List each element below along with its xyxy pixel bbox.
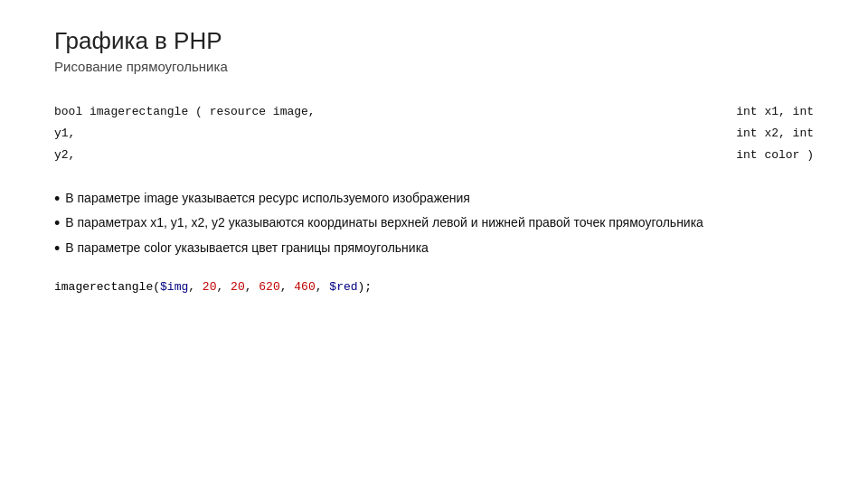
example-param-color: $red	[329, 280, 357, 294]
bullet-item-1: • В параметре image указывается ресурс и…	[54, 188, 814, 211]
bullet-dot-2: •	[54, 212, 60, 235]
bullet-dot-1: •	[54, 188, 60, 211]
bullet-text-2: В параметрах x1, y1, x2, y2 указываются …	[65, 212, 703, 234]
bullet-text-1: В параметре image указывается ресурс исп…	[65, 188, 470, 210]
bullet-item-3: • В параметре color указывается цвет гра…	[54, 238, 814, 260]
example-param-x2: 620	[259, 280, 279, 294]
example-code-block: imagerectangle($img, 20, 20, 620, 460, $…	[54, 280, 814, 294]
example-closing: );	[358, 280, 373, 294]
example-comma-2: ,	[216, 280, 231, 294]
bullet-dot-3: •	[54, 238, 60, 260]
bullet-item-2: • В параметрах x1, y1, x2, y2 указываютс…	[54, 212, 814, 235]
bullets-section: • В параметре image указывается ресурс и…	[54, 188, 814, 260]
example-function-name: imagerectangle(	[54, 280, 160, 294]
example-param-img: $img	[160, 280, 188, 294]
example-param-x1: 20	[203, 280, 217, 294]
code-line-3-left: y2,	[54, 145, 528, 166]
code-line-1-left: bool imagerectangle ( resource image,	[54, 101, 528, 123]
page-title: Графика в PHP	[54, 27, 814, 55]
example-comma-3: ,	[245, 280, 259, 294]
example-param-y2: 460	[294, 280, 315, 294]
bullet-text-3: В параметре color указывается цвет грани…	[65, 238, 429, 259]
example-param-y1: 20	[231, 280, 245, 294]
page-subtitle: Рисование прямоугольника	[54, 59, 814, 74]
example-comma-4: ,	[280, 280, 295, 294]
code-line-2-left: y1,	[54, 123, 528, 145]
example-comma-1: ,	[188, 280, 203, 294]
code-signature-block: bool imagerectangle ( resource image, in…	[54, 101, 814, 166]
code-line-3-right: int color )	[528, 145, 814, 166]
example-comma-5: ,	[316, 280, 330, 294]
page-container: Графика в PHP Рисование прямоугольника b…	[0, 0, 868, 321]
code-line-2-right: int x2, int	[528, 123, 814, 145]
code-line-1-right: int x1, int	[528, 101, 814, 123]
